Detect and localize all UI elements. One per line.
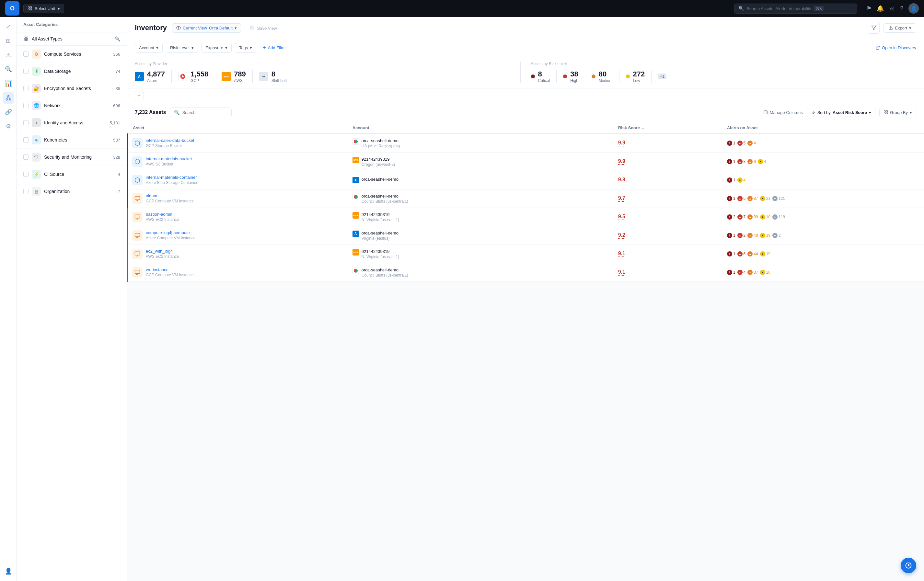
stat-azure[interactable]: A 4,877 Azure <box>135 70 165 83</box>
table-row[interactable]: bastion-admin AWS EC2 Instance aws 92144… <box>128 208 924 226</box>
add-filter-button[interactable]: + Add Filter <box>259 43 289 53</box>
global-search[interactable]: 🔍 ⌘K <box>734 3 857 13</box>
stat-plus[interactable]: +1 <box>658 74 667 79</box>
category-checkbox[interactable] <box>23 172 28 177</box>
asset-search[interactable]: 🔍 <box>170 107 232 117</box>
asset-table-body: internal-sales-data-bucket GCP Storage B… <box>128 134 924 282</box>
asset-name[interactable]: bastion-admin <box>146 212 179 217</box>
asset-name[interactable]: vm-instance <box>146 267 194 272</box>
table-row[interactable]: old-vm GCP Compute VM Instance orca-seas… <box>128 189 924 208</box>
account-filter[interactable]: Account ▾ <box>135 43 163 53</box>
sort-button[interactable]: Sort by Asset Risk Score ▾ <box>807 108 875 117</box>
category-item-identity-and-access[interactable]: + Identity and Access 5,131 <box>17 114 127 132</box>
category-item-kubernetes[interactable]: ⎈ Kubernetes 587 <box>17 132 127 149</box>
category-count: 7 <box>118 189 120 194</box>
filter-button[interactable] <box>868 22 879 34</box>
account-name: orca-seashell-demo <box>361 194 408 199</box>
category-item-encryption-and-secrets[interactable]: 🔐 Encryption and Secrets 35 <box>17 80 127 97</box>
stat-divider-2 <box>215 70 215 83</box>
asset-cell: vm-instance GCP Compute VM Instance <box>128 263 347 282</box>
alert-badge-critical: ! 1 <box>727 159 736 164</box>
asset-name[interactable]: compute-log4j-compute <box>146 230 195 235</box>
risk-score-value: 9.1 <box>618 251 625 257</box>
category-item-compute-services[interactable]: ⚙ Compute Services 366 <box>17 46 127 63</box>
flag-icon[interactable]: ⚑ <box>866 5 871 12</box>
alert-high-icon: ▲ <box>738 270 742 275</box>
export-button[interactable]: Export ▾ <box>883 23 916 33</box>
table-row[interactable]: compute-log4j-compute Azure Compute VM I… <box>128 226 924 245</box>
table-row[interactable]: internal-materials-container Azure Blob … <box>128 171 924 189</box>
tags-filter[interactable]: Tags ▾ <box>235 43 256 53</box>
asset-name[interactable]: internal-materials-bucket <box>146 156 192 161</box>
category-checkbox[interactable] <box>23 137 28 143</box>
sidebar-icon-dashboard[interactable]: ⊞ <box>3 35 14 47</box>
all-asset-types[interactable]: All Asset Types 🔍 <box>17 32 127 46</box>
sidebar-icon-alert[interactable]: ⚠ <box>3 49 14 61</box>
stat-low[interactable]: 272 Low <box>626 70 645 83</box>
category-list: ⚙ Compute Services 366 🗄 Data Storage 74… <box>17 46 127 200</box>
asset-name[interactable]: old-vm <box>146 193 194 198</box>
sidebar-icon-chart[interactable]: 📊 <box>3 78 14 89</box>
stat-gcp[interactable]: 1,558 GCP <box>178 70 208 83</box>
asset-name[interactable]: ec2_with_log4j <box>146 249 179 253</box>
search-input[interactable] <box>746 6 811 11</box>
category-checkbox[interactable] <box>23 155 28 160</box>
stat-high[interactable]: 38 High <box>563 70 578 83</box>
risk-level-filter[interactable]: Risk Level ▾ <box>166 43 198 53</box>
stat-divider-3 <box>252 70 253 83</box>
exposure-filter[interactable]: Exposure ▾ <box>201 43 232 53</box>
account-region: N. Virginia (us-east-1) <box>361 217 399 222</box>
main-content: Inventory Current View Orca Default ▾ Sa… <box>127 17 924 581</box>
stat-medium[interactable]: 80 Medium <box>592 70 613 83</box>
table-row[interactable]: internal-materials-bucket AWS S3 Bucket … <box>128 153 924 171</box>
open-discovery-button[interactable]: Open in Discovery <box>876 45 916 50</box>
group-by-button[interactable]: Group By ▾ <box>879 108 916 117</box>
fab-button[interactable] <box>901 558 916 573</box>
search-shortcut: ⌘K <box>814 6 823 12</box>
bell-icon[interactable]: 🛎 <box>889 5 895 12</box>
category-item-network[interactable]: 🌐 Network 696 <box>17 97 127 114</box>
aws-icon: aws <box>222 72 231 81</box>
category-item-ci-source[interactable]: ⚡ CI Source 4 <box>17 166 127 183</box>
collapse-toggle[interactable] <box>135 91 144 100</box>
category-checkbox[interactable] <box>23 103 28 108</box>
shiftleft-icon: ∞ <box>259 72 268 81</box>
svg-line-16 <box>877 46 879 48</box>
current-view-button[interactable]: Current View Orca Default ▾ <box>172 23 241 33</box>
stat-critical[interactable]: 8 Critical <box>531 70 550 83</box>
category-search-icon[interactable]: 🔍 <box>115 36 120 41</box>
table-row[interactable]: vm-instance GCP Compute VM Instance orca… <box>128 263 924 282</box>
category-item-security-and-monitoring[interactable]: 🛡 Security and Monitoring 328 <box>17 149 127 166</box>
sidebar-icon-search[interactable]: 🔍 <box>3 64 14 75</box>
sidebar-icon-share[interactable]: ⤢ <box>3 21 14 32</box>
table-row[interactable]: ec2_with_log4j AWS EC2 Instance aws 9214… <box>128 245 924 263</box>
svg-rect-0 <box>28 7 30 8</box>
category-item-organization[interactable]: ▦ Organization 7 <box>17 183 127 200</box>
category-checkbox[interactable] <box>23 69 28 74</box>
category-checkbox[interactable] <box>23 51 28 57</box>
category-checkbox[interactable] <box>23 120 28 125</box>
stat-aws[interactable]: aws 789 AWS <box>222 70 246 83</box>
user-avatar[interactable]: 👤 <box>908 3 919 13</box>
sidebar-icon-settings[interactable]: ⚙ <box>3 120 14 132</box>
category-checkbox[interactable] <box>23 189 28 194</box>
category-checkbox[interactable] <box>23 86 28 91</box>
column-risk-score[interactable]: Risk Score <box>613 122 722 134</box>
manage-columns-button[interactable]: Manage Columns <box>763 110 803 115</box>
sidebar-icon-user[interactable]: 👤 <box>3 565 14 577</box>
asset-name[interactable]: internal-sales-data-bucket <box>146 138 195 143</box>
sidebar-icon-link[interactable]: 🔗 <box>3 106 14 118</box>
eye-icon <box>176 26 181 30</box>
unit-selector[interactable]: Select Unit ▾ <box>23 4 64 13</box>
save-view-button[interactable]: Save View <box>246 23 281 33</box>
help-icon[interactable]: ? <box>900 5 903 12</box>
notification-icon[interactable]: 🔔 <box>877 5 884 12</box>
account-cell: A orca-seashell-demo <box>347 171 613 189</box>
asset-search-input[interactable] <box>182 110 228 115</box>
sidebar-icon-network[interactable] <box>3 92 14 104</box>
table-row[interactable]: internal-sales-data-bucket GCP Storage B… <box>128 134 924 153</box>
stat-shiftleft[interactable]: ∞ 8 Shift Left <box>259 70 287 83</box>
category-item-data-storage[interactable]: 🗄 Data Storage 74 <box>17 63 127 80</box>
asset-name[interactable]: internal-materials-container <box>146 175 197 180</box>
risk-score-cell: 9.1 <box>613 245 722 263</box>
